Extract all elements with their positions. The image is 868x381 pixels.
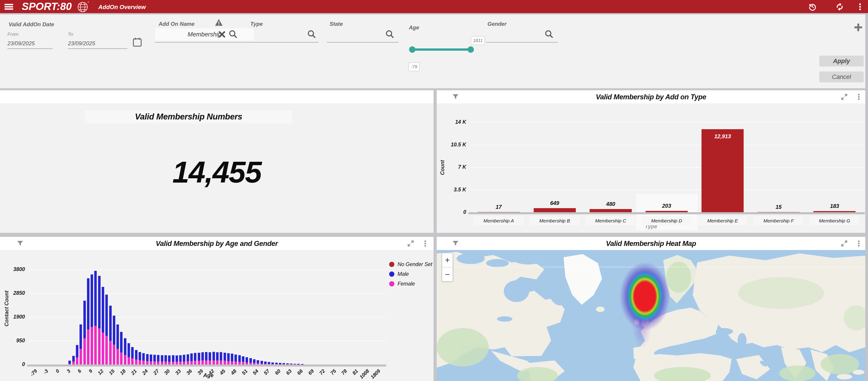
age-bar-34[interactable] [179,355,182,361]
age-bar-18[interactable] [120,332,123,352]
apply-button[interactable]: Apply [819,56,864,67]
age-bar-40[interactable] [202,360,204,365]
age-bar-43[interactable] [213,352,215,360]
age-bar-58[interactable] [268,364,270,365]
age-bar-4[interactable] [68,364,71,365]
calendar-icon[interactable] [132,37,142,47]
age-bar-26[interactable] [150,361,152,365]
age-bar-48[interactable] [231,354,233,361]
legend-item-female[interactable]: Female [389,281,432,287]
age-bar-36[interactable] [187,354,189,361]
age-bar-62[interactable] [282,364,285,365]
age-bar-17[interactable] [117,324,119,349]
state-input[interactable] [327,42,398,42]
add-on-name-search-icon[interactable] [228,29,238,39]
age-bar-12[interactable] [98,276,100,328]
age-bar-38[interactable] [194,361,196,365]
bar-membership-c[interactable] [590,209,632,212]
age-bar-43[interactable] [213,360,215,365]
age-bar-6[interactable] [76,345,79,357]
age-bar-9[interactable] [87,278,90,330]
age-bar-11[interactable] [94,271,97,326]
age-bar-59[interactable] [271,362,274,364]
age-bar-41[interactable] [205,360,208,365]
age-bar-52[interactable] [246,357,248,362]
age-bar-39[interactable] [198,353,200,361]
age-bar-16[interactable] [113,316,115,344]
age-bar-13[interactable] [102,287,104,332]
age-bar-59[interactable] [271,364,274,365]
age-bar-5[interactable] [72,356,75,361]
age-bar-28[interactable] [157,355,159,361]
age-bar-32[interactable] [172,362,175,365]
age-bar-29[interactable] [161,361,163,365]
age-bar-8[interactable] [83,301,86,338]
age-bar-54[interactable] [253,363,255,365]
zoom-in-button[interactable]: + [442,253,453,267]
age-bar-28[interactable] [157,361,159,365]
age-bar-34[interactable] [179,361,182,365]
age-bar-46[interactable] [223,353,226,361]
age-bar-24[interactable] [142,361,145,365]
age-bar-14[interactable] [105,295,108,336]
date-from-input[interactable]: 23/09/2025 [7,40,35,46]
age-bar-47[interactable] [227,361,230,365]
age-bar-25[interactable] [146,361,149,365]
age-bar-10[interactable] [91,274,93,327]
gender-input[interactable] [486,42,558,42]
clear-icon[interactable] [219,31,225,38]
age-bar-42[interactable] [209,360,211,365]
age-bar-65[interactable] [293,364,296,365]
age-bar-36[interactable] [187,361,189,365]
date-to-input[interactable]: 23/09/2025 [68,40,95,46]
age-bar-7[interactable] [80,349,82,365]
age-bar-18[interactable] [120,352,123,365]
age-bar-46[interactable] [223,361,226,365]
age-bar-19[interactable] [124,338,126,355]
cancel-button[interactable]: Cancel [819,71,864,82]
age-bar-16[interactable] [113,345,115,365]
age-bar-66[interactable] [297,364,300,364]
age-bar-57[interactable] [264,361,267,364]
bar-membership-b[interactable] [534,208,576,212]
age-bar-53[interactable] [249,358,252,363]
age-bar-38[interactable] [194,353,196,361]
add-on-name-input[interactable]: Membership [155,28,254,41]
age-bar-65[interactable] [293,364,296,365]
age-bar-29[interactable] [161,355,163,361]
age-slider-track[interactable] [412,48,471,51]
age-bar-63[interactable] [286,363,289,364]
expand-icon[interactable] [840,240,848,247]
bar-membership-g[interactable] [813,211,856,212]
age-bar-35[interactable] [183,355,185,361]
age-slider-handle-min[interactable] [409,46,415,53]
age-bar-55[interactable] [257,363,259,365]
age-bar-10[interactable] [91,327,93,365]
age-bar-48[interactable] [231,361,233,365]
age-bar-51[interactable] [242,362,244,365]
age-bar-13[interactable] [102,333,104,365]
age-bar-31[interactable] [168,362,170,365]
age-bar-9[interactable] [87,330,90,365]
world-map[interactable] [437,250,865,381]
bar-membership-e[interactable] [702,129,744,212]
age-bar-35[interactable] [183,361,185,365]
age-bar-61[interactable] [279,364,281,365]
age-bar-39[interactable] [198,361,200,365]
age-bar-33[interactable] [176,362,178,365]
age-bar-63[interactable] [286,364,289,365]
age-bar-45[interactable] [220,352,222,352]
age-bar-4[interactable] [68,361,71,363]
age-bar-31[interactable] [168,355,170,362]
panel-kebab-icon[interactable] [855,93,863,101]
bar-membership-a[interactable] [478,212,520,212]
expand-icon[interactable] [407,240,414,247]
age-bar-6[interactable] [76,357,79,365]
age-bar-14[interactable] [105,336,108,365]
age-bar-22[interactable] [135,350,137,359]
age-bar-66[interactable] [297,364,300,365]
age-bar-45[interactable] [220,352,222,361]
age-bar-50[interactable] [238,362,241,365]
age-bar-40[interactable] [202,352,204,360]
age-bar-32[interactable] [172,355,175,362]
